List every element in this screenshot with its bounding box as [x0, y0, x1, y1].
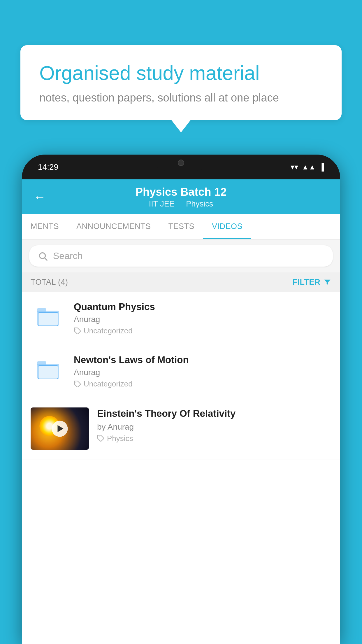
back-button[interactable]: ← — [34, 190, 46, 204]
tag-label: Uncategorized — [84, 379, 133, 388]
filter-bar: TOTAL (4) FILTER — [22, 272, 340, 292]
list-item[interactable]: Newton's Laws of Motion Anurag Uncategor… — [22, 345, 340, 398]
svg-rect-8 — [38, 365, 58, 379]
video-folder-icon — [31, 301, 66, 330]
phone-frame: 14:29 ▾▾ ▲▲ ▐ ← Physics Batch 12 IIT JEE… — [22, 155, 340, 644]
tag-icon — [74, 327, 81, 335]
play-button[interactable] — [52, 421, 68, 437]
subtitle-iitjee: IIT JEE — [149, 200, 175, 208]
video-info: Einstein's Theory Of Relativity by Anura… — [97, 407, 331, 443]
video-tag: Physics — [97, 434, 331, 443]
app-header: ← Physics Batch 12 IIT JEE Physics — [22, 179, 340, 214]
tab-videos[interactable]: VIDEOS — [203, 214, 251, 239]
search-icon — [38, 251, 48, 261]
header-title-group: Physics Batch 12 IIT JEE Physics — [55, 186, 307, 209]
phone-time: 14:29 — [38, 162, 58, 172]
wifi-icon: ▾▾ — [291, 162, 298, 172]
play-icon — [57, 425, 63, 432]
list-item[interactable]: Einstein's Theory Of Relativity by Anura… — [22, 398, 340, 459]
svg-rect-3 — [37, 308, 46, 312]
video-info: Newton's Laws of Motion Anurag Uncategor… — [74, 354, 331, 388]
total-count: TOTAL (4) — [31, 278, 68, 287]
tab-ments[interactable]: MENTS — [22, 214, 68, 239]
svg-rect-7 — [37, 361, 46, 365]
header-title: Physics Batch 12 — [55, 186, 307, 198]
bubble-title: Organised study material — [39, 61, 323, 85]
video-title: Einstein's Theory Of Relativity — [97, 407, 331, 420]
status-bar: 14:29 ▾▾ ▲▲ ▐ — [22, 155, 340, 179]
bubble-subtitle: notes, question papers, solutions all at… — [39, 92, 323, 104]
search-box[interactable]: Search — [29, 245, 333, 267]
signal-icon: ▲▲ — [302, 163, 316, 171]
tab-announcements[interactable]: ANNOUNCEMENTS — [68, 214, 160, 239]
video-thumbnail — [31, 407, 89, 450]
filter-label: FILTER — [293, 278, 320, 287]
tabs-bar: MENTS ANNOUNCEMENTS TESTS VIDEOS — [22, 214, 340, 239]
video-info: Quantum Physics Anurag Uncategorized — [74, 301, 331, 335]
video-title: Newton's Laws of Motion — [74, 354, 331, 365]
filter-button[interactable]: FILTER — [293, 278, 331, 287]
tag-icon — [74, 380, 81, 388]
status-icons: ▾▾ ▲▲ ▐ — [291, 162, 324, 172]
video-folder-icon — [31, 354, 66, 384]
video-tag: Uncategorized — [74, 379, 331, 388]
video-list: Quantum Physics Anurag Uncategorized — [22, 292, 340, 459]
tab-tests[interactable]: TESTS — [160, 214, 203, 239]
tag-icon — [97, 435, 105, 442]
phone-notch — [155, 155, 207, 171]
phone-screen: ← Physics Batch 12 IIT JEE Physics MENTS… — [22, 179, 340, 644]
battery-icon: ▐ — [319, 163, 324, 171]
tag-label: Uncategorized — [84, 326, 133, 335]
subtitle-physics: Physics — [186, 200, 213, 208]
video-author: Anurag — [74, 315, 331, 324]
search-placeholder: Search — [53, 251, 82, 261]
video-title: Quantum Physics — [74, 301, 331, 312]
search-container: Search — [22, 239, 340, 272]
video-author: Anurag — [74, 368, 331, 377]
video-tag: Uncategorized — [74, 326, 331, 335]
camera-dot — [178, 160, 184, 166]
list-item[interactable]: Quantum Physics Anurag Uncategorized — [22, 292, 340, 345]
svg-line-1 — [45, 258, 47, 260]
speech-bubble-container: Organised study material notes, question… — [20, 45, 342, 120]
speech-bubble: Organised study material notes, question… — [20, 45, 342, 120]
header-subtitle: IIT JEE Physics — [55, 200, 307, 209]
tag-label: Physics — [107, 434, 133, 443]
filter-funnel-icon — [323, 278, 331, 286]
video-author: by Anurag — [97, 422, 331, 432]
svg-rect-4 — [38, 312, 58, 326]
